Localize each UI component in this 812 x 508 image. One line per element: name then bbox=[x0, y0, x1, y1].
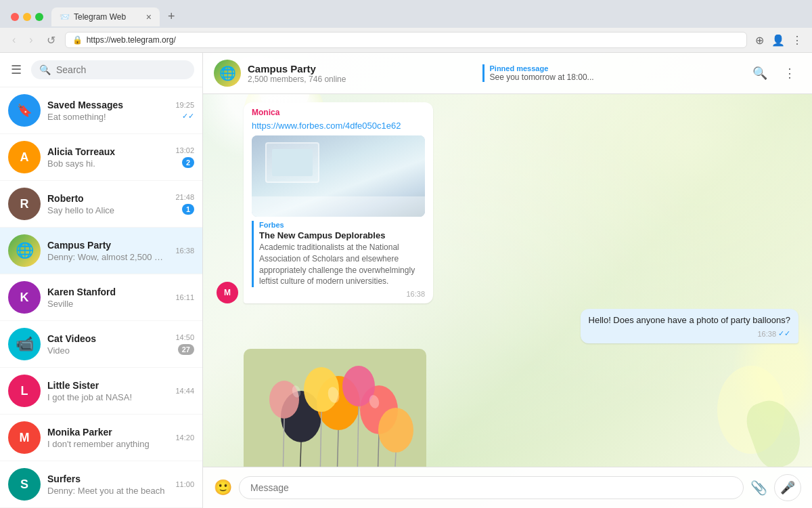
chat-main: 🌐 Campus Party 2,500 members, 746 online… bbox=[203, 53, 812, 508]
close-dot[interactable] bbox=[11, 13, 19, 21]
account-icon[interactable]: 👤 bbox=[771, 33, 785, 47]
chat-item[interactable]: M Monika Parker I don't remember anythin… bbox=[0, 415, 202, 461]
hamburger-button[interactable]: ☰ bbox=[8, 60, 24, 80]
chat-time: 16:38 bbox=[175, 247, 194, 255]
chat-header-avatar: 🌐 bbox=[214, 60, 241, 87]
chat-badge: 2 bbox=[182, 157, 194, 168]
search-input[interactable] bbox=[56, 64, 186, 75]
more-button[interactable]: ⋮ bbox=[778, 63, 801, 83]
message-bubble: Monica https://www.forbes.com/4dfe050c1e… bbox=[244, 102, 433, 303]
chat-info: Campus Party Denny: Wow, almost 2,500 me… bbox=[47, 240, 168, 262]
chat-info: Cat Videos Video bbox=[47, 333, 168, 356]
chat-item[interactable]: S Surfers Denny: Meet you at the beach 1… bbox=[0, 461, 202, 508]
chat-info: Karen Stanford Seville bbox=[47, 287, 168, 309]
message-time: 16:38 bbox=[252, 290, 425, 298]
chat-info: Little Sister I got the job at NASA! bbox=[47, 380, 168, 402]
chat-time: 14:20 bbox=[175, 433, 194, 442]
link-preview: Forbes The New Campus Deplorables Academ… bbox=[252, 221, 425, 287]
avatar: M bbox=[8, 421, 41, 454]
attach-button[interactable]: 📎 bbox=[750, 480, 767, 496]
chat-item[interactable]: K Karen Stanford Seville 16:11 bbox=[0, 274, 202, 321]
chat-time: 14:44 bbox=[175, 387, 194, 395]
chat-meta: 19:25 ✓✓ bbox=[175, 101, 194, 121]
new-tab-button[interactable]: + bbox=[162, 5, 181, 28]
chat-item[interactable]: 📹 Cat Videos Video 14:50 27 bbox=[0, 321, 202, 368]
message-group: M Monica https://www.forbes.com/4dfe050c… bbox=[217, 102, 798, 303]
pinned-text: See you tomorrow at 18:00... bbox=[490, 72, 748, 82]
chat-meta: 16:38 bbox=[175, 247, 194, 255]
chat-time: 19:25 bbox=[175, 101, 194, 109]
check-icon: ✓✓ bbox=[778, 329, 790, 338]
chat-item[interactable]: R Roberto Say hello to Alice 21:48 1 bbox=[0, 181, 202, 228]
chat-name: Cat Videos bbox=[47, 333, 168, 344]
app: ☰ 🔍 🔖 Saved Messages Eat something! 19:2… bbox=[0, 53, 812, 508]
back-button[interactable]: ‹ bbox=[8, 33, 20, 47]
avatar: K bbox=[8, 281, 41, 314]
chat-preview: Say hello to Alice bbox=[47, 205, 168, 215]
chat-header-text: Campus Party 2,500 members, 746 online bbox=[248, 63, 346, 84]
chat-name: Karen Stanford bbox=[47, 287, 168, 297]
search-box[interactable]: 🔍 bbox=[31, 60, 194, 79]
chat-meta: 21:48 1 bbox=[175, 193, 194, 215]
reload-button[interactable]: ↺ bbox=[43, 33, 60, 48]
chat-info: Surfers Denny: Meet you at the beach bbox=[47, 473, 168, 496]
message-input[interactable] bbox=[239, 476, 744, 499]
chat-preview: Video bbox=[47, 345, 168, 356]
chat-header-name: Campus Party bbox=[248, 63, 346, 75]
chat-time: 14:50 bbox=[175, 333, 194, 341]
tab-favicon: 📨 bbox=[60, 12, 70, 22]
check-icon: ✓✓ bbox=[182, 112, 194, 121]
chat-item[interactable]: 🔖 Saved Messages Eat something! 19:25 ✓✓ bbox=[0, 87, 202, 134]
avatar: 📹 bbox=[8, 328, 41, 360]
extension-icon[interactable]: ⊕ bbox=[752, 33, 766, 47]
chat-preview: Bob says hi. bbox=[47, 158, 168, 169]
message-group: M bbox=[217, 349, 798, 467]
url-bar[interactable]: 🔒 https://web.telegram.org/ bbox=[65, 32, 747, 48]
chat-header-info: 🌐 Campus Party 2,500 members, 746 online bbox=[214, 60, 472, 87]
message-group: Hello! Does anyone have a photo of party… bbox=[217, 309, 798, 343]
sender-avatar: M bbox=[217, 282, 238, 303]
menu-icon[interactable]: ⋮ bbox=[790, 33, 804, 47]
avatar: S bbox=[8, 468, 41, 501]
browser-tabs: 📨 Telegram Web × + bbox=[0, 0, 812, 28]
chat-item[interactable]: L Little Sister I got the job at NASA! 1… bbox=[0, 368, 202, 415]
chat-info: Alicia Torreaux Bob says hi. bbox=[47, 146, 168, 169]
avatar: L bbox=[8, 375, 41, 407]
pinned-message-bar[interactable]: Pinned message See you tomorrow at 18:00… bbox=[482, 64, 748, 82]
search-button[interactable]: 🔍 bbox=[747, 63, 773, 83]
message-link[interactable]: https://www.forbes.com/4dfe050c1e62 bbox=[252, 121, 401, 131]
svg-point-11 bbox=[378, 408, 413, 452]
emoji-button[interactable]: 🙂 bbox=[214, 479, 232, 496]
avatar: 🔖 bbox=[8, 94, 41, 127]
browser-chrome: 📨 Telegram Web × + ‹ › ↺ 🔒 https://web.t… bbox=[0, 0, 812, 53]
chat-meta: 14:44 bbox=[175, 387, 194, 395]
mic-button[interactable]: 🎤 bbox=[774, 474, 801, 501]
link-source: Forbes bbox=[259, 221, 425, 229]
photo-message: 16:38 bbox=[244, 349, 426, 467]
chat-preview: I got the job at NASA! bbox=[47, 392, 168, 402]
active-tab[interactable]: 📨 Telegram Web × bbox=[51, 7, 160, 26]
maximize-dot[interactable] bbox=[35, 13, 43, 21]
sidebar: ☰ 🔍 🔖 Saved Messages Eat something! 19:2… bbox=[0, 53, 203, 508]
link-title: The New Campus Deplorables bbox=[259, 230, 425, 240]
minimize-dot[interactable] bbox=[23, 13, 31, 21]
chat-input: 🙂 📎 🎤 bbox=[203, 467, 812, 508]
chat-header-actions: 🔍 ⋮ bbox=[747, 63, 801, 83]
tab-close-button[interactable]: × bbox=[146, 12, 152, 22]
chat-preview: Denny: Meet you at the beach bbox=[47, 486, 168, 496]
avatar: A bbox=[8, 141, 41, 173]
chat-time: 16:11 bbox=[175, 293, 194, 301]
chat-item[interactable]: 🌐 Campus Party Denny: Wow, almost 2,500 … bbox=[0, 228, 202, 274]
message-bubble: Hello! Does anyone have a photo of party… bbox=[581, 309, 798, 343]
chat-header-sub: 2,500 members, 746 online bbox=[248, 75, 346, 84]
chat-preview: I don't remember anything bbox=[47, 439, 168, 449]
chat-list: 🔖 Saved Messages Eat something! 19:25 ✓✓… bbox=[0, 87, 202, 508]
chat-name: Little Sister bbox=[47, 380, 168, 391]
chat-meta: 11:00 bbox=[175, 480, 194, 488]
chat-name: Campus Party bbox=[47, 240, 168, 251]
browser-nav-icons: ⊕ 👤 ⋮ bbox=[752, 33, 804, 47]
chat-name: Alicia Torreaux bbox=[47, 146, 168, 157]
forward-button[interactable]: › bbox=[25, 33, 37, 47]
chat-item[interactable]: A Alicia Torreaux Bob says hi. 13:02 2 bbox=[0, 134, 202, 181]
chat-name: Monika Parker bbox=[47, 427, 168, 438]
